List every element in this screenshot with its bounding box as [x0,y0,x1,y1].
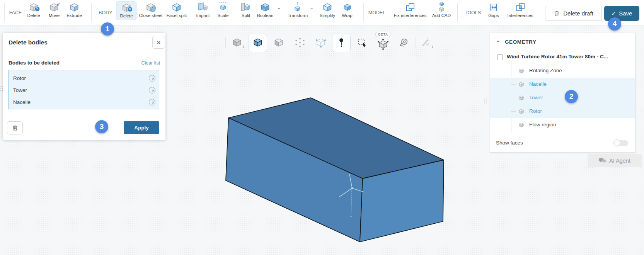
check-icon: ✓ [612,10,616,17]
tree-row-flow-region[interactable]: Flow region [490,118,635,132]
body-cube-icon [518,68,524,74]
body-cube-icon [518,109,524,114]
toolbar-divider [457,3,458,22]
overlap-squares-icon [405,2,415,12]
cube-imprint-icon [198,2,208,12]
body-scale-button[interactable]: Scale [218,2,229,18]
trash-icon [554,10,560,17]
cube-move-icon: ↙ [49,2,59,12]
tools-gaps-button[interactable]: Gaps [488,2,499,18]
body-list-item: Rotor ✕ [9,72,159,84]
close-icon: ✕ [156,39,161,46]
cube-delete-icon: ✕ [29,2,39,12]
show-faces-toggle[interactable] [614,140,628,146]
body-close-sheet-button[interactable]: Close sheet [139,2,163,18]
tree-row-rotating-zone[interactable]: Rotating Zone [490,64,635,78]
body-name: Tower [13,87,27,93]
body-simplify-button[interactable]: Simplify [320,2,335,18]
cube-simplify-icon [322,2,332,12]
geometry-panel-header[interactable]: ⌄ GEOMETRY [490,33,635,51]
remove-body-button[interactable]: ✕ [149,99,155,105]
body-wrap-button[interactable]: Wrap [342,2,352,18]
tools-interferences-button[interactable]: Interferences [507,2,533,18]
face-delete-button[interactable]: ✕ Delete [27,2,40,18]
tree-row-tower[interactable]: Tower [490,91,635,105]
gaps-icon [489,2,499,12]
body-imprint-button[interactable]: Imprint [196,2,210,18]
cube-delete-icon: ✕ [121,3,131,13]
remove-body-button[interactable]: ✕ [149,87,155,94]
cube-boolean-icon [260,2,270,12]
remove-icon: ✕ [152,76,155,81]
show-faces-label: Show faces [496,140,523,146]
interferences-icon [515,2,525,12]
bodies-section-label: Bodies to be deleted [9,60,60,66]
annotation-step-3: 3 [95,120,108,133]
annotation-step-4: 4 [608,17,621,31]
body-cube-icon [518,122,524,128]
bodies-list: Rotor ✕ Tower ✕ Nacelle ✕ [8,70,159,109]
section-label-body: BODY [99,10,112,15]
boolean-dropdown-chevron[interactable]: ⌄ [277,5,281,10]
cube-sheet-icon [146,2,156,12]
delete-draft-button[interactable]: Delete draft [545,6,602,21]
toolbar-divider [363,3,364,22]
add-cad-icon [436,2,446,12]
delete-operation-button[interactable] [7,121,23,134]
collapse-icon[interactable]: − [497,54,503,60]
annotation-step-1: 1 [101,22,114,36]
tree-root-label: Wind Turbine Rotor 41m Tower 80m - C... [507,54,608,60]
toolbar-divider [4,3,5,22]
geometry-panel-title: GEOMETRY [505,39,537,45]
model-fix-interferences-button[interactable]: Fix interferences [394,2,426,18]
chevron-down-icon: ⌄ [496,37,501,44]
dialog-divider [3,53,165,53]
tree-root-row[interactable]: − Wind Turbine Rotor 41m Tower 80m - C..… [490,51,635,64]
remove-icon: ✕ [152,100,155,105]
viewport-3d: BETA AI++ [0,26,644,255]
face-extrude-button[interactable]: Extrude [66,2,82,18]
transform-dropdown-chevron[interactable]: ⌄ [310,5,313,10]
section-label-face: FACE [9,10,22,15]
annotation-step-2: 2 [565,90,578,103]
cube-transform-icon: ↑ [293,2,303,12]
chat-icon [599,158,606,164]
body-delete-button[interactable]: ✕ Delete [116,1,136,20]
clear-list-link[interactable]: Clear list [141,60,160,66]
trash-icon [12,125,18,131]
body-transform-button[interactable]: ↑ Transform [288,2,308,18]
body-name: Rotor [13,75,26,81]
tree-row-rotor[interactable]: Rotor [490,105,635,118]
cube-scale-icon [218,2,228,12]
ai-agent-button[interactable]: AI Agent [588,154,642,167]
model-add-cad-button[interactable]: Add CAD [432,2,451,18]
cube-wrap-icon [342,2,352,12]
body-cube-icon [518,82,524,87]
dialog-title: Delete bodies [9,39,48,46]
cube-split-icon [241,2,251,12]
toolbar-divider [91,3,92,22]
section-label-tools: TOOLS [465,10,481,15]
cube-extrude-icon [69,2,79,12]
face-move-button[interactable]: ↙ Move [49,2,60,18]
panel-divider [490,132,635,132]
tree-rows: Rotating Zone Nacelle Tower Rotor [490,64,635,132]
body-facet-split-button[interactable]: Facet split [167,2,187,18]
top-toolbar: FACE ✕ Delete ↙ Move Extrude BODY ✕ Dele… [0,0,644,26]
body-list-item: Nacelle ✕ [9,96,159,108]
apply-button[interactable]: Apply [124,121,159,134]
panel-resize-grip[interactable] [484,98,487,104]
body-list-item: Tower ✕ [9,84,159,96]
close-dialog-button[interactable]: ✕ [152,36,165,49]
body-boolean-button[interactable]: Boolean [257,2,273,18]
body-cube-icon [518,95,524,101]
delete-bodies-dialog: Delete bodies ✕ Bodies to be deleted Cle… [3,33,165,140]
body-split-button[interactable]: Split [241,2,251,18]
save-button[interactable]: ✓ Save [604,6,639,21]
tree-row-nacelle[interactable]: Nacelle [490,78,635,91]
simscale-cad-editor: FACE ✕ Delete ↙ Move Extrude BODY ✕ Dele… [0,0,644,255]
remove-icon: ✕ [152,88,155,93]
body-name: Nacelle [13,99,31,105]
remove-body-button[interactable]: ✕ [149,75,155,82]
section-label-model: MODEL [368,10,385,15]
